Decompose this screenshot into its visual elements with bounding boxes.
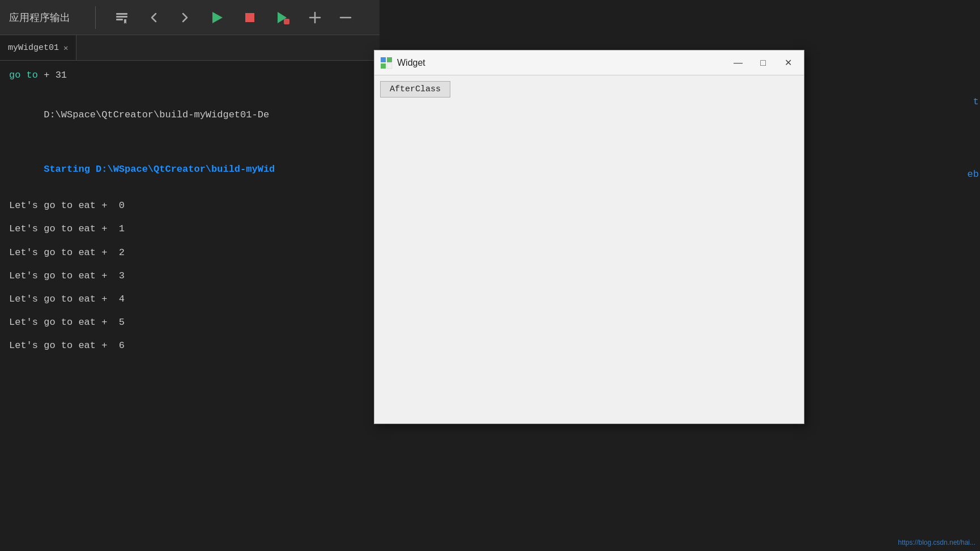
pin-button[interactable] — [109, 7, 134, 28]
svg-rect-13 — [381, 63, 386, 69]
left-panel: 应用程序输出 — [0, 0, 380, 551]
right-cutoff-1: t — [973, 96, 979, 107]
run-button[interactable] — [204, 7, 229, 28]
right-cutoff-2: eb — [968, 169, 979, 180]
toolbar-separator — [95, 6, 96, 29]
svg-rect-12 — [387, 57, 392, 62]
svg-marker-4 — [212, 12, 223, 23]
svg-marker-3 — [124, 19, 126, 24]
svg-rect-1 — [116, 16, 127, 18]
starting-line: Starting D:\WSpace\QtCreator\build-myWid — [9, 146, 370, 193]
goto-num: 31 — [56, 70, 67, 80]
widget-minimize-button[interactable]: — — [728, 54, 748, 71]
output-line-3: Let's go to eat + 3 — [9, 268, 370, 283]
minus-button[interactable] — [335, 9, 356, 26]
widget-title: Widget — [397, 58, 723, 68]
svg-rect-5 — [245, 13, 254, 22]
forward-button[interactable] — [174, 9, 195, 26]
svg-rect-7 — [284, 19, 289, 24]
tab-close-button[interactable]: ✕ — [63, 43, 68, 53]
goto-plus: + — [44, 70, 55, 80]
toolbar-title: 应用程序输出 — [9, 11, 70, 24]
toolbar: 应用程序输出 — [0, 0, 380, 35]
run-debug-button[interactable] — [270, 7, 295, 28]
output-line-1: Let's go to eat + 1 — [9, 221, 370, 236]
afterclass-button[interactable]: AfterClass — [380, 81, 450, 98]
output-line-2: Let's go to eat + 2 — [9, 245, 370, 260]
tab-mywidget01[interactable]: myWidget01 ✕ — [0, 35, 76, 60]
goto-line: go to + 31 — [9, 66, 370, 84]
widget-titlebar: Widget — □ ✕ — [374, 50, 804, 75]
tab-label: myWidget01 — [8, 43, 59, 53]
svg-rect-11 — [381, 57, 386, 62]
stop-button[interactable] — [238, 9, 261, 27]
output-line-4: Let's go to eat + 4 — [9, 291, 370, 307]
watermark: https://blog.csdn.net/hai... — [898, 539, 975, 546]
widget-maximize-button[interactable]: □ — [753, 54, 773, 71]
goto-text: go to — [9, 70, 38, 80]
widget-window: Widget — □ ✕ AfterClass — [374, 50, 804, 424]
output-line-6: Let's go to eat + 6 — [9, 338, 370, 353]
svg-rect-0 — [116, 13, 127, 15]
widget-close-button[interactable]: ✕ — [778, 54, 798, 71]
output-area: go to + 31 D:\WSpace\QtCreator\build-myW… — [0, 61, 380, 551]
widget-body: AfterClass — [374, 75, 804, 423]
back-button[interactable] — [143, 9, 165, 26]
tab-bar: myWidget01 ✕ — [0, 35, 380, 61]
add-button[interactable] — [304, 9, 326, 26]
svg-rect-2 — [116, 19, 123, 20]
output-line-5: Let's go to eat + 5 — [9, 315, 370, 330]
output-line-0: Let's go to eat + 0 — [9, 198, 370, 213]
widget-app-icon — [380, 57, 393, 69]
svg-rect-14 — [387, 63, 392, 69]
path-line: D:\WSpace\QtCreator\build-myWidget01-De — [9, 92, 370, 138]
